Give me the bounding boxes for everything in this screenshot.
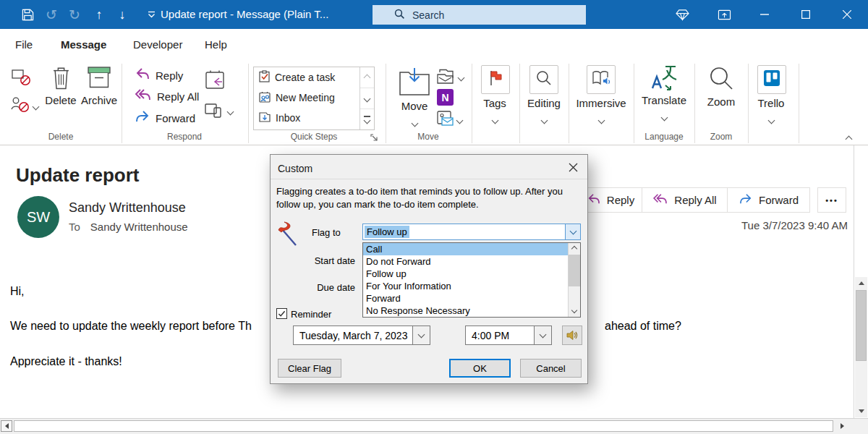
reply-action-button[interactable]: Reply	[579, 187, 642, 213]
minimize-button[interactable]	[755, 0, 774, 29]
list-scrollbar[interactable]	[568, 243, 580, 317]
quick-step-new-meeting[interactable]: New Meeting	[254, 88, 374, 108]
share-to-device-button[interactable]	[205, 101, 233, 122]
ribbon: Delete Archive Delete Reply Reply All Fo…	[0, 61, 868, 145]
red-flag-icon	[277, 221, 300, 251]
option-follow-up[interactable]: Follow up	[363, 268, 580, 280]
chevron-down-icon	[411, 120, 418, 127]
quick-steps-gallery: Create a task New Meeting Inbox	[253, 67, 375, 130]
rules-button[interactable]	[437, 69, 464, 87]
flag-icon	[488, 69, 503, 90]
share-to-device-icon	[205, 101, 224, 122]
archive-button[interactable]: Archive	[78, 65, 120, 106]
translate-button[interactable]: a Translate	[639, 64, 689, 123]
tab-message[interactable]: Message	[61, 29, 106, 61]
chevron-down-icon	[227, 108, 234, 115]
window-title: Update report - Message (Plain T...	[161, 0, 328, 29]
chevron-down-icon	[767, 117, 775, 124]
date-dropdown-button[interactable]	[412, 326, 430, 344]
scroll-down-button[interactable]	[855, 405, 867, 417]
collapse-ribbon-button[interactable]	[846, 132, 851, 145]
reply-icon	[587, 193, 601, 207]
chevron-down-icon	[458, 75, 465, 82]
more-actions-button[interactable]: •••	[817, 187, 846, 213]
customize-quick-access-icon[interactable]	[143, 0, 159, 29]
close-button[interactable]	[838, 0, 856, 29]
dialog-separator	[271, 179, 587, 179]
gallery-more-button[interactable]	[360, 109, 374, 129]
immersive-button[interactable]: Immersive	[574, 65, 629, 126]
save-icon[interactable]	[19, 0, 36, 29]
ok-button[interactable]: OK	[449, 359, 511, 378]
group-separator	[122, 64, 122, 143]
tab-help[interactable]: Help	[205, 29, 227, 61]
reminder-sound-button[interactable]	[562, 326, 582, 345]
forward-icon	[739, 193, 753, 207]
option-forward[interactable]: Forward	[363, 292, 580, 305]
option-no-response-necessary[interactable]: No Response Necessary	[363, 305, 580, 317]
scroll-thumb[interactable]	[856, 290, 867, 361]
scroll-up-button[interactable]	[855, 277, 867, 289]
forward-button[interactable]: Forward	[135, 110, 195, 126]
tags-button[interactable]: Tags	[481, 65, 509, 126]
reply-button[interactable]: Reply	[135, 67, 183, 83]
editing-button[interactable]: Editing	[527, 65, 561, 126]
archive-icon	[86, 81, 112, 93]
vertical-scrollbar[interactable]	[855, 277, 867, 417]
quick-step-inbox[interactable]: Inbox	[254, 108, 374, 128]
quick-step-create-task[interactable]: Create a task	[254, 67, 374, 88]
delete-button[interactable]: Delete	[42, 65, 80, 106]
move-button[interactable]: Move	[395, 67, 434, 129]
gallery-scroll-down-button[interactable]	[360, 88, 374, 109]
gem-premium-icon[interactable]	[673, 0, 692, 29]
maximize-button[interactable]	[796, 0, 815, 29]
scroll-left-button[interactable]	[1, 420, 12, 432]
reminder-checkbox[interactable]	[276, 308, 287, 319]
actions-button[interactable]	[437, 111, 462, 129]
scroll-thumb[interactable]	[14, 420, 833, 432]
ribbon-display-options-icon[interactable]	[715, 0, 733, 29]
horizontal-scrollbar[interactable]	[0, 418, 868, 434]
meeting-reply-button[interactable]	[205, 69, 226, 94]
option-for-your-information[interactable]: For Your Information	[363, 280, 580, 292]
trello-button[interactable]: Trello	[757, 65, 785, 126]
scroll-down-button[interactable]	[569, 305, 580, 317]
reminder-date-combobox[interactable]: Tuesday, March 7, 2023	[293, 326, 430, 345]
move-down-icon[interactable]: ↓	[113, 0, 132, 29]
ignore-button[interactable]	[12, 68, 31, 90]
body-line-1: Hi,	[10, 285, 25, 298]
clear-flag-button[interactable]: Clear Flag	[278, 359, 341, 378]
scroll-up-button[interactable]	[569, 243, 580, 255]
quick-steps-group-label: Quick Steps	[278, 131, 350, 142]
reply-all-icon	[135, 88, 152, 104]
search-input[interactable]: Search	[373, 5, 586, 25]
reply-all-action-button[interactable]: Reply All	[642, 187, 728, 213]
avatar[interactable]: SW	[17, 196, 59, 238]
option-do-not-forward[interactable]: Do not Forward	[363, 255, 580, 268]
tab-developer[interactable]: Developer	[133, 29, 182, 61]
scroll-right-button[interactable]	[836, 420, 848, 432]
block-sender-button[interactable]	[10, 95, 38, 117]
zoom-button[interactable]: Zoom	[704, 65, 739, 108]
actions-envelope-icon	[437, 111, 454, 129]
sender-name[interactable]: Sandy Writtenhouse	[69, 200, 186, 216]
onenote-icon[interactable]: N	[437, 89, 454, 106]
time-dropdown-button[interactable]	[534, 326, 551, 344]
quick-steps-dialog-launcher[interactable]	[370, 132, 379, 145]
cancel-button[interactable]: Cancel	[520, 359, 582, 378]
option-call[interactable]: Call	[363, 243, 569, 255]
dialog-close-button[interactable]	[563, 158, 583, 176]
reminder-time-combobox[interactable]: 4:00 PM	[465, 326, 552, 345]
move-up-icon[interactable]: ↑	[90, 0, 109, 29]
tab-file[interactable]: File	[15, 29, 33, 61]
trash-icon	[51, 81, 71, 93]
undo-icon: ↺	[42, 0, 61, 29]
forward-action-button[interactable]: Forward	[727, 187, 810, 213]
flag-to-dropdown-button[interactable]	[565, 224, 580, 239]
flag-to-combobox[interactable]: Follow up	[362, 224, 581, 240]
recipient-name[interactable]: Sandy Writtenhouse	[90, 221, 188, 233]
scroll-thumb[interactable]	[569, 255, 580, 286]
trello-label: Trello	[757, 97, 785, 109]
reply-all-button[interactable]: Reply All	[135, 88, 199, 104]
gallery-scroll-up-button[interactable]	[360, 67, 374, 88]
